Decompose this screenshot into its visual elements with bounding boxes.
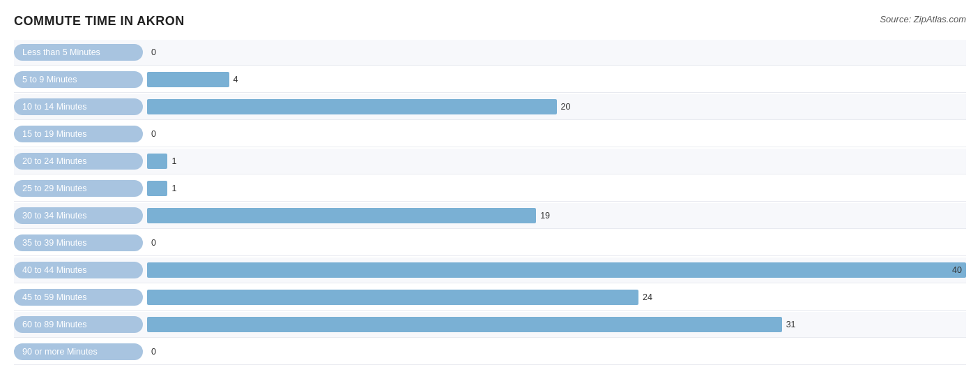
bar-fill — [147, 208, 536, 223]
bar-value: 0 — [151, 129, 156, 139]
bar-value: 19 — [540, 211, 550, 221]
bar-label: Less than 5 Minutes — [14, 44, 143, 61]
bar-value: 0 — [151, 238, 156, 248]
bar-value: 20 — [561, 102, 571, 112]
chart-container: COMMUTE TIME IN AKRON Source: ZipAtlas.c… — [14, 14, 966, 365]
bar-value: 40 — [952, 265, 962, 275]
bar-label: 25 to 29 Minutes — [14, 180, 143, 197]
bar-value: 0 — [151, 47, 156, 57]
bar-track: 1 — [147, 179, 966, 198]
chart-header: COMMUTE TIME IN AKRON Source: ZipAtlas.c… — [14, 14, 966, 29]
table-row: 20 to 24 Minutes1 — [14, 149, 966, 174]
bar-track: 0 — [147, 124, 966, 144]
bar-track: 40 — [147, 260, 966, 280]
chart-area: Less than 5 Minutes05 to 9 Minutes410 to… — [14, 40, 966, 365]
bar-fill — [147, 154, 167, 169]
bar-label: 15 to 19 Minutes — [14, 126, 143, 142]
bar-label: 20 to 24 Minutes — [14, 153, 143, 170]
bar-track: 31 — [147, 315, 966, 334]
bar-fill — [147, 181, 167, 196]
bar-label: 45 to 59 Minutes — [14, 289, 143, 306]
bar-fill — [147, 72, 229, 87]
bar-value: 1 — [171, 184, 176, 193]
table-row: 25 to 29 Minutes1 — [14, 176, 966, 202]
bar-track: 19 — [147, 206, 966, 225]
bar-fill — [147, 262, 966, 278]
bar-label: 35 to 39 Minutes — [14, 234, 143, 251]
bar-track: 1 — [147, 151, 966, 171]
bar-track: 0 — [147, 43, 966, 62]
bar-track: 0 — [147, 342, 966, 362]
bar-label: 5 to 9 Minutes — [14, 71, 143, 88]
table-row: 45 to 59 Minutes24 — [14, 285, 966, 311]
bar-track: 24 — [147, 288, 966, 307]
chart-title: COMMUTE TIME IN AKRON — [14, 14, 185, 29]
table-row: 15 to 19 Minutes0 — [14, 121, 966, 147]
bar-label: 10 to 14 Minutes — [14, 98, 143, 115]
table-row: 35 to 39 Minutes0 — [14, 230, 966, 256]
table-row: 60 to 89 Minutes31 — [14, 312, 966, 338]
bar-label: 40 to 44 Minutes — [14, 262, 143, 278]
bar-label: 90 or more Minutes — [14, 343, 143, 360]
table-row: 30 to 34 Minutes19 — [14, 203, 966, 229]
bar-value: 0 — [151, 347, 156, 357]
bar-label: 30 to 34 Minutes — [14, 207, 143, 224]
chart-source: Source: ZipAtlas.com — [880, 14, 966, 24]
table-row: 40 to 44 Minutes40 — [14, 258, 966, 283]
bar-fill — [147, 317, 782, 332]
bar-value: 31 — [786, 320, 796, 329]
bar-value: 1 — [171, 156, 176, 166]
bar-track: 0 — [147, 233, 966, 253]
table-row: 90 or more Minutes0 — [14, 339, 966, 365]
bar-fill — [147, 99, 557, 114]
bar-value: 24 — [643, 292, 652, 302]
table-row: Less than 5 Minutes0 — [14, 40, 966, 66]
bar-track: 4 — [147, 70, 966, 89]
bar-label: 60 to 89 Minutes — [14, 316, 143, 333]
bar-track: 20 — [147, 97, 966, 117]
table-row: 10 to 14 Minutes20 — [14, 94, 966, 120]
bar-value: 4 — [233, 75, 238, 84]
bar-fill — [147, 290, 638, 305]
table-row: 5 to 9 Minutes4 — [14, 67, 966, 93]
